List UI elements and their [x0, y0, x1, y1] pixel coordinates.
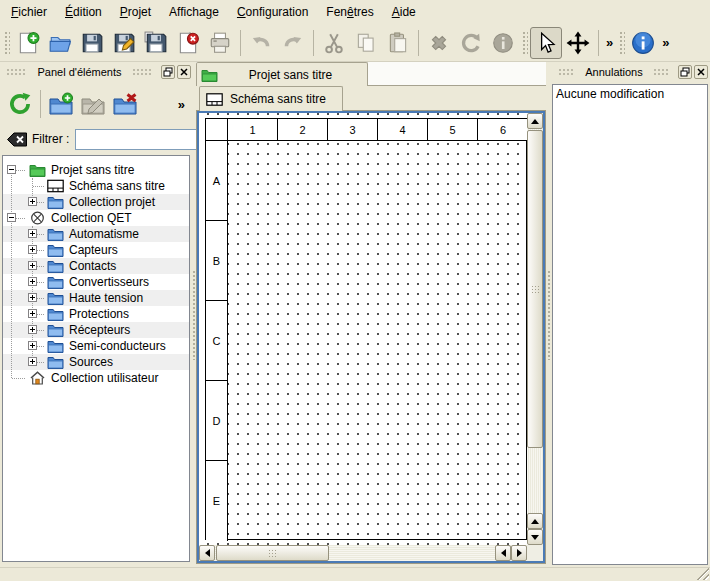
menu-projet[interactable]: Projet: [111, 1, 160, 23]
element-info-button[interactable]: [487, 27, 519, 59]
schema-canvas[interactable]: 1 2 3 4 5 6 A B C D E: [199, 113, 527, 545]
save-as-button[interactable]: [108, 27, 140, 59]
close-file-button[interactable]: [172, 27, 204, 59]
tree-item-collection-qet[interactable]: Collection QET: [3, 210, 189, 226]
horizontal-scrollbar[interactable]: [199, 545, 527, 561]
tree-item-sources[interactable]: Sources: [3, 354, 189, 370]
new-category-button[interactable]: [45, 88, 77, 120]
float-icon: [163, 67, 173, 77]
tree-item-recepteurs[interactable]: Récepteurs: [3, 322, 189, 338]
new-document-button[interactable]: [12, 27, 44, 59]
menu-fichier[interactable]: Fichier: [2, 1, 56, 23]
undo-history-list: Aucune modification: [552, 84, 708, 565]
vertical-scrollbar[interactable]: [527, 113, 543, 545]
save-all-button[interactable]: [140, 27, 172, 59]
tab-schema-sans-titre[interactable]: Schéma sans titre: [199, 86, 343, 111]
scroll-right-button[interactable]: [511, 545, 527, 561]
float-panel-button[interactable]: [678, 65, 692, 79]
column-header: 2: [278, 119, 328, 141]
tree-item-capteurs[interactable]: Capteurs: [3, 242, 189, 258]
scroll-left-button[interactable]: [495, 545, 511, 561]
folder-icon: [47, 355, 65, 369]
horizontal-scrollbar-thumb[interactable]: [216, 545, 329, 561]
scroll-down-button[interactable]: [527, 529, 543, 545]
qelectrotech-window: Fichier Édition Projet Affichage Configu…: [0, 0, 710, 581]
paste-icon: [386, 31, 410, 55]
cut-button[interactable]: [318, 27, 350, 59]
open-button[interactable]: [44, 27, 76, 59]
expand-icon[interactable]: [28, 309, 37, 318]
refresh-icon: [7, 91, 33, 117]
paste-button[interactable]: [382, 27, 414, 59]
pan-mode-button[interactable]: [562, 27, 594, 59]
edit-category-button[interactable]: [77, 88, 109, 120]
menu-edition[interactable]: Édition: [56, 1, 111, 23]
redo-button[interactable]: [277, 27, 309, 59]
tree-item-contacts[interactable]: Contacts: [3, 258, 189, 274]
menu-aide[interactable]: Aide: [383, 1, 425, 23]
close-panel-button[interactable]: [694, 65, 708, 79]
scroll-up-button[interactable]: [527, 113, 543, 129]
clear-filter-button[interactable]: [6, 130, 28, 148]
delete-button[interactable]: [423, 27, 455, 59]
collapse-icon[interactable]: [7, 213, 16, 222]
close-panel-button[interactable]: [177, 65, 191, 79]
scroll-left-button[interactable]: [199, 545, 215, 561]
print-button[interactable]: [204, 27, 236, 59]
float-panel-button[interactable]: [161, 65, 175, 79]
toolbar-handle[interactable]: [521, 30, 528, 56]
collapse-icon[interactable]: [7, 165, 16, 174]
tree-item-haute-tension[interactable]: Haute tension: [3, 290, 189, 306]
scrollbar-corner: [527, 545, 543, 561]
toolbar-overflow-button[interactable]: »: [603, 35, 616, 50]
menu-configuration[interactable]: Configuration: [228, 1, 317, 23]
menu-fenetres[interactable]: Fenêtres: [317, 1, 382, 23]
expand-icon[interactable]: [28, 325, 37, 334]
project-icon: [201, 68, 218, 82]
copy-button[interactable]: [350, 27, 382, 59]
tree-item-convertisseurs[interactable]: Convertisseurs: [3, 274, 189, 290]
expand-icon[interactable]: [28, 293, 37, 302]
cut-icon: [322, 31, 346, 55]
toolbar-separator: [313, 30, 314, 56]
tree-item-protections[interactable]: Protections: [3, 306, 189, 322]
info-blue-icon: [631, 31, 655, 55]
column-header: 3: [328, 119, 378, 141]
vertical-scrollbar-thumb[interactable]: [527, 130, 543, 448]
tree-item-semi-conducteurs[interactable]: Semi-conducteurs: [3, 338, 189, 354]
tree-item-automatisme[interactable]: Automatisme: [3, 226, 189, 242]
undo-button[interactable]: [245, 27, 277, 59]
expand-icon[interactable]: [28, 229, 37, 238]
toolbar-handle[interactable]: [618, 30, 625, 56]
collections-toolbar-overflow-button[interactable]: »: [178, 97, 185, 112]
tree-item-collection-utilisateur[interactable]: Collection utilisateur: [3, 370, 189, 386]
tab-projet-sans-titre[interactable]: Projet sans titre: [196, 62, 368, 86]
delete-category-button[interactable]: [109, 88, 141, 120]
schema-info-button[interactable]: [627, 27, 659, 59]
expand-icon[interactable]: [28, 245, 37, 254]
undo-panel-titlebar[interactable]: Annulations: [552, 62, 708, 82]
expand-icon[interactable]: [28, 261, 37, 270]
tree-item-schema-sans-titre[interactable]: Schéma sans titre: [3, 178, 189, 194]
expand-icon[interactable]: [28, 341, 37, 350]
toolbar-separator: [598, 30, 599, 56]
save-button[interactable]: [76, 27, 108, 59]
expand-icon[interactable]: [28, 357, 37, 366]
resize-grip[interactable]: [696, 567, 709, 580]
undo-list-item[interactable]: Aucune modification: [553, 85, 707, 102]
tree-item-projet-sans-titre[interactable]: Projet sans titre: [3, 162, 189, 178]
reload-collections-button[interactable]: [4, 88, 36, 120]
select-mode-button[interactable]: [530, 27, 562, 59]
toolbar-handle[interactable]: [3, 30, 10, 56]
rotate-button[interactable]: [455, 27, 487, 59]
expand-icon[interactable]: [28, 197, 37, 206]
scroll-up-button[interactable]: [527, 513, 543, 529]
tree-item-collection-projet[interactable]: Collection projet: [3, 194, 189, 210]
toolbar-overflow-button[interactable]: »: [659, 35, 672, 50]
expand-icon[interactable]: [28, 277, 37, 286]
row-header: A: [206, 141, 228, 221]
save-icon: [80, 31, 104, 55]
elements-panel-titlebar[interactable]: Panel d'éléments: [0, 62, 191, 82]
menu-affichage[interactable]: Affichage: [160, 1, 228, 23]
status-bar: [0, 567, 710, 581]
